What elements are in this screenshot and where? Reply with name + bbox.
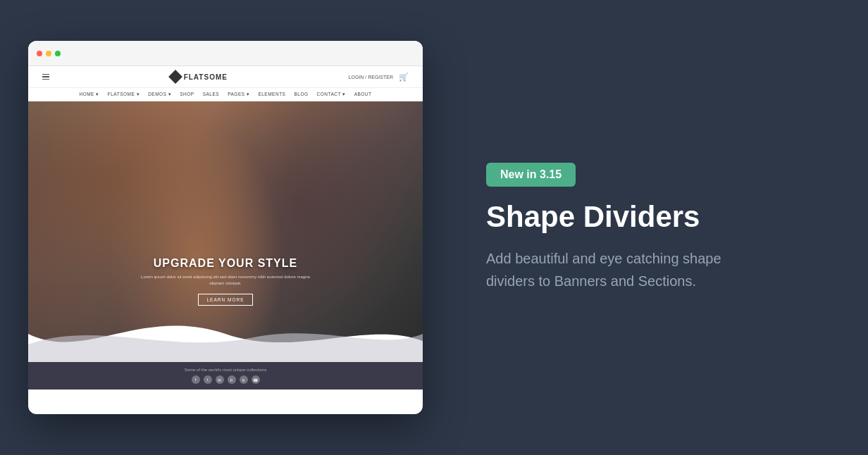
- nav-links: HOME ▾ FLATSOME ▾ DEMOS ▾ SHOP SALES PAG…: [28, 88, 423, 101]
- hero-section: UPGRADE YOUR STYLE Lorem ipsum dolor sit…: [28, 101, 423, 362]
- nav-shop[interactable]: SHOP: [180, 92, 194, 97]
- social-email[interactable]: ✉: [216, 375, 224, 384]
- browser-mockup-section: FLATSOME LOGIN / REGISTER 🛒 HOME ▾ FLATS…: [0, 0, 444, 455]
- hamburger-icon[interactable]: [42, 74, 49, 80]
- hero-title: UPGRADE YOUR STYLE: [137, 256, 314, 270]
- footer-social-links: f t ✉ p g ☎: [42, 375, 409, 384]
- nav-demos[interactable]: DEMOS ▾: [148, 92, 171, 97]
- hero-cta-button[interactable]: LEARN MORE: [198, 294, 254, 306]
- page-container: FLATSOME LOGIN / REGISTER 🛒 HOME ▾ FLATS…: [0, 0, 868, 455]
- version-badge: New in 3.15: [486, 163, 576, 187]
- hero-content: UPGRADE YOUR STYLE Lorem ipsum dolor sit…: [137, 256, 314, 306]
- footer-text: Some of the world's most unique collecti…: [42, 368, 409, 372]
- nav-blog[interactable]: BLOG: [294, 92, 308, 97]
- social-pinterest[interactable]: p: [228, 375, 236, 384]
- social-google[interactable]: g: [240, 375, 248, 384]
- site-navbar: FLATSOME LOGIN / REGISTER 🛒: [28, 66, 423, 88]
- nav-elements[interactable]: ELEMENTS: [258, 92, 285, 97]
- site-logo: FLATSOME: [170, 72, 228, 82]
- social-phone[interactable]: ☎: [252, 375, 260, 384]
- dot-red: [37, 51, 42, 56]
- nav-home[interactable]: HOME ▾: [79, 92, 99, 97]
- hero-wave-divider: [28, 306, 423, 362]
- site-footer: Some of the world's most unique collecti…: [28, 362, 423, 389]
- browser-chrome: [28, 41, 423, 66]
- hero-body-text: Lorem ipsum dolor sit amet adipiscing el…: [137, 274, 314, 286]
- feature-title: Shape Dividers: [486, 201, 826, 233]
- social-facebook[interactable]: f: [192, 375, 200, 384]
- social-twitter[interactable]: t: [204, 375, 212, 384]
- logo-diamond-icon: [168, 70, 182, 84]
- cart-icon[interactable]: 🛒: [399, 73, 409, 82]
- nav-pages[interactable]: PAGES ▾: [228, 92, 249, 97]
- content-panel: New in 3.15 Shape Dividers Add beautiful…: [444, 127, 868, 328]
- browser-dots: [37, 51, 61, 56]
- nav-sales[interactable]: SALES: [203, 92, 219, 97]
- browser-window: FLATSOME LOGIN / REGISTER 🛒 HOME ▾ FLATS…: [28, 41, 423, 414]
- feature-description: Add beautiful and eye catching shape div…: [486, 247, 768, 292]
- dot-yellow: [46, 51, 51, 56]
- nav-flatsome[interactable]: FLATSOME ▾: [108, 92, 140, 97]
- nav-contact[interactable]: CONTACT ▾: [317, 92, 346, 97]
- dot-green: [55, 51, 61, 56]
- nav-about[interactable]: ABOUT: [354, 92, 372, 97]
- navbar-actions: LOGIN / REGISTER 🛒: [349, 73, 409, 82]
